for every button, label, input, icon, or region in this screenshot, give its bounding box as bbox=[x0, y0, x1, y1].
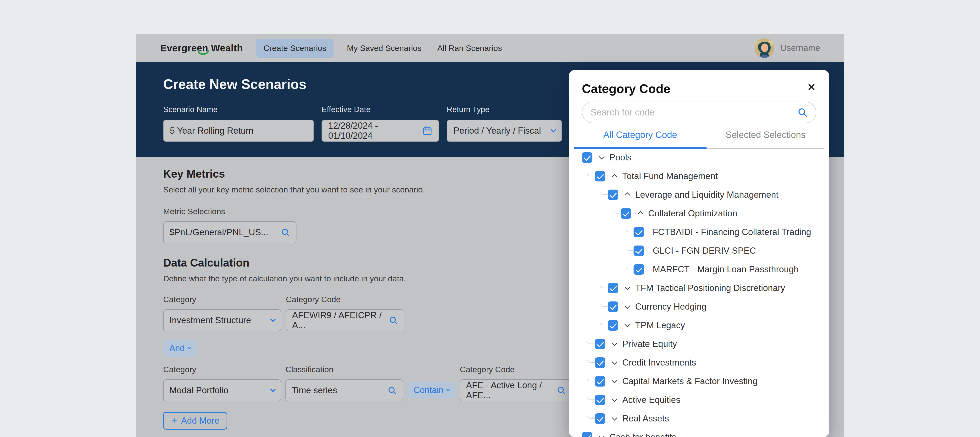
checkbox-checked-icon[interactable] bbox=[608, 283, 618, 293]
category-label: Category bbox=[163, 295, 281, 304]
tree-item-tpm-legacy[interactable]: TPM Legacy bbox=[569, 316, 829, 335]
tree-item-label: Pools bbox=[609, 152, 632, 163]
nav-tab-my-saved-scenarios[interactable]: My Saved Scenarios bbox=[345, 39, 424, 58]
tree-item-label: Active Equities bbox=[622, 395, 681, 405]
calendar-icon[interactable] bbox=[422, 126, 432, 136]
category-code-panel: Category Code ✕ All Category Code Select… bbox=[569, 70, 829, 437]
tree-item-credit-investments[interactable]: Credit Investments bbox=[569, 353, 829, 372]
effective-date-label: Effective Date bbox=[321, 105, 439, 114]
chevron-down-icon bbox=[446, 387, 450, 391]
category-tree: PoolsTotal Fund ManagementLeverage and L… bbox=[569, 148, 829, 437]
checkbox-checked-icon[interactable] bbox=[633, 245, 644, 256]
tree-item-active-equities[interactable]: Active Equities bbox=[569, 391, 829, 409]
chevron-down-icon[interactable] bbox=[624, 303, 630, 309]
chevron-down-icon[interactable] bbox=[599, 154, 605, 160]
tree-item-marfct-margin-loan-passthrough[interactable]: MARFCT - Margin Loan Passthrough bbox=[569, 260, 829, 279]
nav-tab-all-ran-scenarios[interactable]: All Ran Scenarios bbox=[435, 39, 504, 58]
logo-green-swoosh-icon bbox=[197, 50, 210, 57]
tree-item-real-assets[interactable]: Real Assets bbox=[569, 409, 829, 428]
checkbox-checked-icon[interactable] bbox=[608, 320, 618, 331]
checkbox-checked-icon[interactable] bbox=[620, 208, 631, 219]
close-icon[interactable]: ✕ bbox=[807, 82, 816, 92]
category-code-label: Category Code bbox=[460, 365, 572, 374]
checkbox-checked-icon[interactable] bbox=[595, 413, 605, 424]
chevron-down-icon bbox=[270, 386, 276, 392]
tree-item-tfm-tactical-positioning-discretionary[interactable]: TFM Tactical Positioning Discretionary bbox=[569, 279, 829, 298]
panel-tabs: All Category Code Selected Selections bbox=[574, 130, 824, 149]
category-code-input[interactable]: AFEWIR9 / AFEICPR / A... bbox=[286, 309, 404, 331]
tree-item-label: Currency Hedging bbox=[635, 302, 706, 312]
checkbox-checked-icon[interactable] bbox=[608, 190, 618, 200]
checkbox-checked-icon[interactable] bbox=[595, 358, 605, 368]
classification-input[interactable]: Time series bbox=[285, 379, 403, 401]
tree-item-label: Leverage and Liquidity Management bbox=[635, 190, 778, 200]
tab-selected-selections[interactable]: Selected Selections bbox=[706, 130, 824, 149]
tree-item-capital-markets-factor-investing[interactable]: Capital Markets & Factor Investing bbox=[569, 372, 829, 391]
tab-all-category-code[interactable]: All Category Code bbox=[574, 130, 706, 149]
chevron-up-icon[interactable] bbox=[611, 174, 617, 179]
tree-item-label: TFM Tactical Positioning Discretionary bbox=[635, 283, 785, 293]
tree-item-fctbaidi-financing-collateral-trading[interactable]: FCTBAIDI - Financing Collateral Trading bbox=[569, 223, 829, 241]
checkbox-checked-icon[interactable] bbox=[582, 432, 592, 437]
tree-item-label: GLCI - FGN DERIV SPEC bbox=[653, 246, 756, 256]
tree-connector bbox=[600, 181, 608, 325]
checkbox-checked-icon[interactable] bbox=[582, 152, 592, 163]
category-code-label: Category Code bbox=[286, 295, 404, 304]
return-type-select[interactable]: Period / Yearly / Fiscal bbox=[447, 120, 562, 142]
category-select[interactable]: Modal Portfolio bbox=[163, 379, 281, 401]
top-nav: Evergreen Wealth Create ScenariosMy Save… bbox=[136, 34, 844, 62]
plus-icon: + bbox=[171, 415, 177, 426]
checkbox-checked-icon[interactable] bbox=[595, 395, 605, 405]
chevron-down-icon[interactable] bbox=[611, 359, 617, 364]
username-label: Username bbox=[780, 43, 820, 53]
add-more-button[interactable]: + Add More bbox=[163, 412, 227, 429]
chevron-down-icon[interactable] bbox=[624, 321, 630, 327]
tree-item-glci-fgn-deriv-spec[interactable]: GLCI - FGN DERIV SPEC bbox=[569, 241, 829, 260]
category-select[interactable]: Investment Structure bbox=[163, 309, 281, 331]
category-code-input[interactable]: AFE - Active Long / AFE... bbox=[460, 379, 572, 401]
search-icon bbox=[557, 386, 566, 395]
scenario-name-input[interactable]: 5 Year Rolling Return bbox=[163, 120, 314, 142]
effective-date-input[interactable]: 12/28/2024 - 01/10/2024 bbox=[321, 120, 439, 142]
chevron-down-icon[interactable] bbox=[624, 284, 630, 290]
tree-connector bbox=[613, 200, 620, 214]
chevron-down-icon bbox=[188, 345, 191, 349]
brand-logo: Evergreen Wealth bbox=[160, 43, 243, 54]
tree-item-collateral-optimization[interactable]: Collateral Optimization bbox=[569, 204, 829, 223]
operator-and-pill[interactable]: And bbox=[163, 340, 197, 357]
chevron-down-icon[interactable] bbox=[611, 377, 617, 383]
checkbox-checked-icon[interactable] bbox=[633, 264, 644, 275]
chevron-up-icon[interactable] bbox=[624, 192, 630, 198]
tree-item-label: Cash for benefits bbox=[609, 432, 676, 437]
tree-connector bbox=[626, 219, 633, 269]
tree-item-cash-for-benefits[interactable]: Cash for benefits bbox=[569, 428, 829, 437]
tree-item-label: Collateral Optimization bbox=[648, 209, 737, 218]
tree-item-private-equity[interactable]: Private Equity bbox=[569, 335, 829, 353]
chevron-down-icon[interactable] bbox=[611, 340, 617, 346]
operator-contain-pill[interactable]: Contain bbox=[407, 382, 455, 399]
nav-tabs: Create ScenariosMy Saved ScenariosAll Ra… bbox=[256, 39, 504, 58]
checkbox-checked-icon[interactable] bbox=[595, 376, 605, 386]
user-avatar bbox=[755, 38, 774, 58]
chevron-up-icon[interactable] bbox=[637, 211, 643, 217]
chevron-down-icon[interactable] bbox=[611, 396, 617, 402]
tree-item-total-fund-management[interactable]: Total Fund Management bbox=[569, 167, 829, 185]
checkbox-checked-icon[interactable] bbox=[633, 227, 644, 238]
chevron-down-icon[interactable] bbox=[611, 415, 617, 421]
checkbox-checked-icon[interactable] bbox=[608, 301, 618, 312]
checkbox-checked-icon[interactable] bbox=[595, 339, 605, 349]
metric-selections-input[interactable]: $PnL/General/PNL_US... bbox=[163, 222, 296, 243]
tree-item-pools[interactable]: Pools bbox=[569, 148, 829, 167]
tree-item-leverage-and-liquidity-management[interactable]: Leverage and Liquidity Management bbox=[569, 185, 829, 204]
checkbox-checked-icon[interactable] bbox=[595, 171, 605, 181]
return-type-label: Return Type bbox=[447, 105, 562, 114]
tree-item-label: Real Assets bbox=[622, 413, 669, 424]
search-icon bbox=[387, 386, 397, 395]
chevron-down-icon[interactable] bbox=[599, 434, 605, 437]
user-menu[interactable]: Username bbox=[755, 38, 820, 58]
nav-tab-create-scenarios[interactable]: Create Scenarios bbox=[256, 39, 334, 58]
tree-item-currency-hedging[interactable]: Currency Hedging bbox=[569, 298, 829, 316]
code-search-input[interactable] bbox=[590, 107, 797, 118]
code-search-box[interactable] bbox=[582, 101, 816, 123]
search-icon[interactable] bbox=[797, 107, 808, 118]
